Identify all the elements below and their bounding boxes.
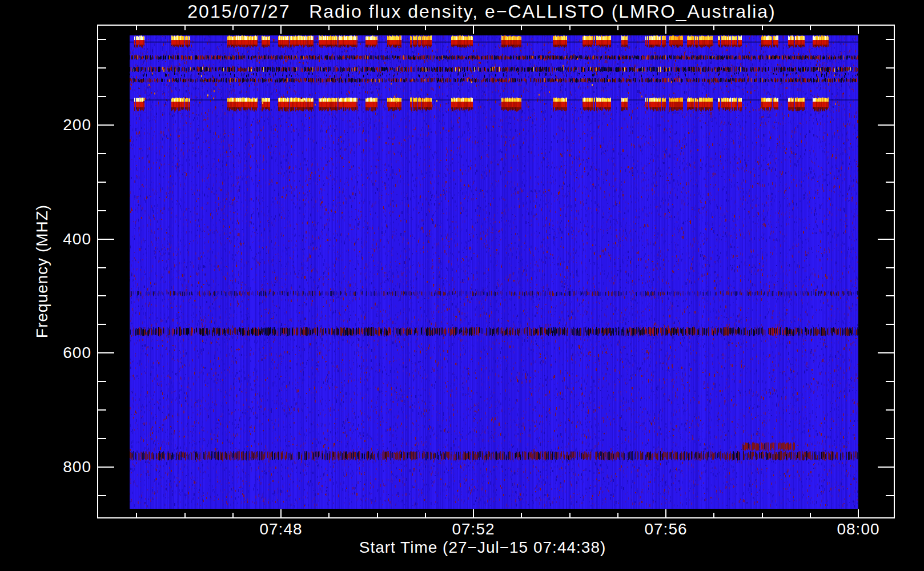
x-tick-label-0800: 08:00: [813, 520, 904, 538]
tick-mark: [232, 513, 234, 517]
x-tick-label-0756: 07:56: [620, 520, 712, 538]
tick-mark: [878, 467, 894, 468]
tick-mark: [98, 96, 106, 97]
tick-mark: [878, 124, 894, 126]
tick-mark: [280, 26, 282, 34]
tick-mark: [713, 513, 714, 517]
tick-mark: [98, 409, 106, 411]
tick-mark: [886, 267, 894, 268]
tick-mark: [569, 513, 571, 517]
tick-mark: [98, 495, 106, 496]
tick-mark: [425, 26, 426, 30]
tick-mark: [886, 210, 894, 211]
tick-mark: [886, 67, 894, 69]
tick-mark: [98, 381, 106, 382]
tick-mark: [232, 26, 234, 30]
spectrogram-page: { "title": "2015/07/27 Radio flux densit…: [0, 0, 924, 571]
tick-mark: [886, 495, 894, 496]
tick-mark: [98, 295, 106, 296]
tick-mark: [762, 26, 763, 30]
tick-mark: [98, 352, 114, 353]
tick-mark: [886, 409, 894, 411]
tick-mark: [569, 26, 571, 30]
tick-mark: [521, 513, 522, 517]
tick-mark: [98, 324, 106, 325]
tick-mark: [473, 26, 474, 34]
tick-mark: [98, 67, 106, 69]
tick-mark: [810, 26, 811, 30]
tick-mark: [377, 513, 378, 517]
tick-mark: [886, 324, 894, 325]
x-tick-label-0748: 07:48: [235, 520, 327, 538]
chart-title: 2015/07/27 Radio flux density, e−CALLIST…: [69, 1, 895, 22]
tick-mark: [665, 509, 666, 517]
tick-mark: [713, 26, 714, 30]
tick-mark: [98, 467, 114, 468]
tick-mark: [886, 182, 894, 183]
tick-mark: [98, 438, 106, 439]
x-axis-title: Start Time (27−Jul−15 07:44:38): [97, 538, 868, 557]
spectrogram-heatmap: [130, 35, 858, 509]
tick-mark: [98, 153, 106, 154]
y-tick-label-800: 800: [41, 458, 91, 476]
tick-mark: [886, 39, 894, 40]
y-tick-label-600: 600: [41, 344, 91, 362]
tick-mark: [617, 26, 618, 30]
tick-mark: [184, 26, 186, 30]
tick-mark: [878, 352, 894, 353]
tick-mark: [280, 509, 282, 517]
tick-mark: [98, 210, 106, 211]
tick-mark: [136, 26, 137, 30]
x-tick-label-0752: 07:52: [428, 520, 519, 538]
tick-mark: [858, 26, 859, 34]
y-tick-label-200: 200: [41, 116, 91, 134]
tick-mark: [878, 239, 894, 240]
tick-mark: [184, 513, 186, 517]
tick-mark: [473, 509, 474, 517]
y-axis-title: Frequency (MHZ): [33, 204, 51, 338]
tick-mark: [521, 26, 522, 30]
tick-mark: [98, 267, 106, 268]
tick-mark: [98, 124, 114, 126]
tick-mark: [810, 513, 811, 517]
tick-mark: [425, 513, 426, 517]
tick-mark: [136, 513, 137, 517]
tick-mark: [858, 509, 859, 517]
tick-mark: [886, 153, 894, 154]
tick-mark: [328, 26, 330, 30]
tick-mark: [886, 295, 894, 296]
tick-mark: [886, 381, 894, 382]
tick-mark: [617, 513, 618, 517]
tick-mark: [328, 513, 330, 517]
tick-mark: [98, 239, 114, 240]
tick-mark: [886, 438, 894, 439]
tick-mark: [762, 513, 763, 517]
tick-mark: [665, 26, 666, 34]
tick-mark: [98, 39, 106, 40]
tick-mark: [377, 26, 378, 30]
tick-mark: [886, 96, 894, 97]
tick-mark: [98, 182, 106, 183]
